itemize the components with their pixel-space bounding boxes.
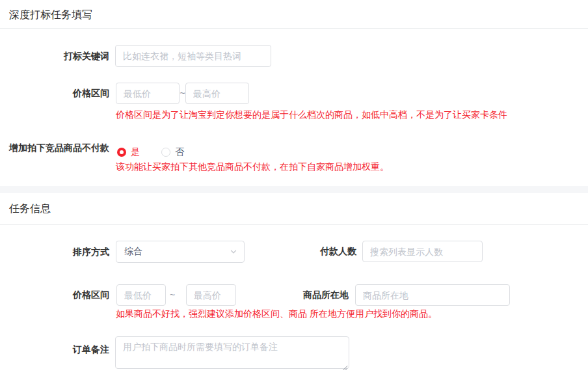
sort-label: 排序方式 [0, 241, 109, 263]
divider [0, 28, 588, 29]
sort-select[interactable]: 综合 [116, 241, 245, 263]
task-price-range-hint: 如果商品不好找，强烈建议添加价格区间、商品 所在地方便用户找到你的商品。 [116, 308, 437, 320]
min-price-input[interactable] [116, 83, 180, 104]
max-price-input[interactable] [185, 83, 249, 104]
keyword-label: 打标关键词 [0, 45, 109, 67]
location-input[interactable] [355, 284, 510, 306]
section-title-task: 任务信息 [9, 202, 51, 216]
price-range-label: 价格区间 [0, 83, 109, 104]
radio-unselected-icon [161, 148, 170, 157]
pay-count-input[interactable] [362, 241, 483, 262]
radio-selected-icon [117, 148, 126, 157]
pay-count-label: 付款人数 [273, 241, 356, 262]
radio-option-yes[interactable]: 是 [117, 146, 140, 158]
competitor-hint: 该功能让买家拍下其他竞品商品不付款，在拍下自家商品增加权重。 [116, 161, 389, 173]
price-range-hint: 价格区间是为了让淘宝判定你想要的是属于什么档次的商品，如低中高档，不是为了让买家… [116, 109, 507, 121]
task-price-range-label: 价格区间 [0, 284, 109, 306]
sort-select-value: 综合 [124, 246, 142, 258]
keyword-input[interactable] [115, 45, 271, 67]
radio-option-no[interactable]: 否 [161, 146, 184, 158]
radio-option-yes-label: 是 [131, 146, 140, 158]
section-separator [0, 186, 588, 193]
divider [0, 224, 588, 225]
chevron-down-icon [230, 248, 237, 256]
competitor-label: 增加拍下竞品商品不付款 [0, 142, 109, 154]
resize-handle-icon[interactable] [342, 362, 348, 368]
order-note-textarea[interactable] [115, 336, 349, 369]
page: 深度打标任务填写 打标关键词 价格区间 ~ 价格区间是为了让淘宝判定你想要的是属… [0, 0, 588, 389]
order-note-label: 订单备注 [0, 343, 109, 356]
section-title-marking: 深度打标任务填写 [9, 8, 92, 22]
price-range-separator: ~ [180, 83, 185, 104]
task-max-price-input[interactable] [186, 284, 236, 306]
task-min-price-input[interactable] [116, 284, 166, 306]
task-price-range-separator: ~ [168, 284, 176, 306]
radio-option-no-label: 否 [175, 146, 184, 158]
location-label: 商品所在地 [265, 284, 349, 306]
